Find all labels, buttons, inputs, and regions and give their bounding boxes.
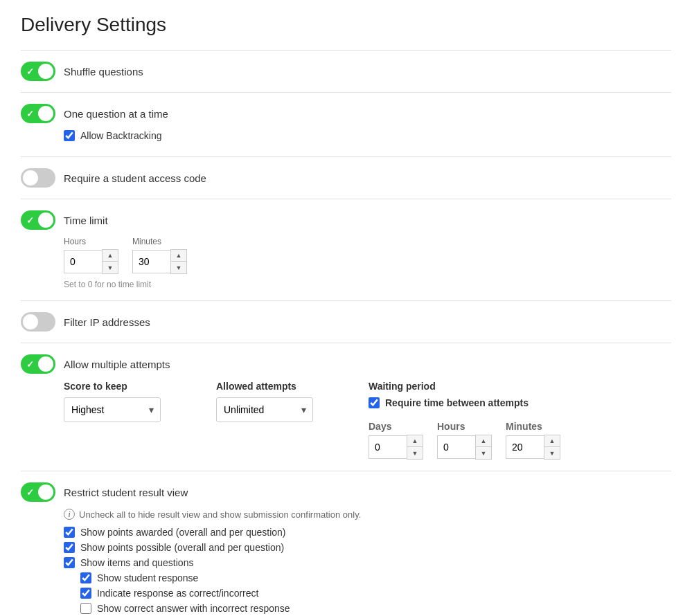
show-student-response-checkbox[interactable] [80,572,91,583]
show-items-sub: Show student response Indicate response … [80,572,671,616]
show-points-awarded-checkbox[interactable] [64,527,75,538]
access-code-label: Require a student access code [64,172,206,184]
shuffle-questions-row: Shuffle questions [21,50,671,92]
show-correct-answer-checkbox[interactable] [80,603,91,614]
allowed-attempts-wrapper: Unlimited 1 2 3 4 5 [216,397,313,422]
access-code-toggle[interactable] [21,168,55,188]
waiting-hours-group: Hours 0 ▲ ▼ [437,421,492,460]
waiting-minutes-up-button[interactable]: ▲ [544,435,560,447]
waiting-hours-up-button[interactable]: ▲ [476,435,491,447]
one-question-label: One question at a time [64,108,168,120]
filter-ip-label: Filter IP addresses [64,316,150,328]
score-to-keep-label: Score to keep [64,381,161,392]
waiting-days-input[interactable]: 0 [369,435,407,459]
waiting-days-spinner: ▲ ▼ [407,435,423,460]
show-items-label: Show items and questions [80,557,193,568]
hours-down-button[interactable]: ▼ [103,262,118,273]
attempts-section: Score to keep Highest Lowest Average Mos… [64,381,671,460]
waiting-hours-spinner: ▲ ▼ [475,435,492,460]
waiting-hours-down-button[interactable]: ▼ [476,447,491,459]
indicate-response-label: Indicate response as correct/incorrect [97,588,258,599]
require-time-label: Require time between attempts [385,397,529,408]
time-limit-row: Time limit Hours 0 ▲ ▼ Minutes 30 ▲ [21,199,671,300]
allowed-attempts-label: Allowed attempts [216,381,313,392]
restrict-result-toggle[interactable] [21,482,55,502]
show-items-checkbox[interactable] [64,557,75,568]
hours-group: Hours 0 ▲ ▼ [64,237,118,274]
hours-label: Hours [64,237,118,246]
filter-ip-toggle[interactable] [21,312,55,332]
allowed-attempts-group: Allowed attempts Unlimited 1 2 3 4 5 [216,381,313,460]
show-points-awarded-row: Show points awarded (overall and per que… [64,527,671,538]
one-question-row: One question at a time Allow Backtrackin… [21,92,671,156]
waiting-days-up-button[interactable]: ▲ [407,435,423,447]
multiple-attempts-label: Allow multiple attempts [64,359,170,370]
waiting-days-label: Days [369,421,423,432]
info-text: Uncheck all to hide result view and show… [79,509,361,520]
show-student-response-label: Show student response [97,572,198,583]
multiple-attempts-row: Allow multiple attempts Score to keep Hi… [21,343,671,471]
hours-spinner: ▲ ▼ [102,249,118,274]
info-icon: i [64,509,75,520]
access-code-row: Require a student access code [21,156,671,199]
show-items-row: Show items and questions [64,557,671,568]
waiting-inputs: Days 0 ▲ ▼ Hours 0 [369,421,560,460]
multiple-attempts-sub: Score to keep Highest Lowest Average Mos… [64,381,671,460]
waiting-minutes-input[interactable]: 20 [506,435,544,459]
waiting-minutes-spinner: ▲ ▼ [544,435,560,460]
allow-backtracking-checkbox[interactable] [64,130,75,141]
minutes-label: Minutes [132,237,187,246]
minutes-group: Minutes 30 ▲ ▼ [132,237,187,274]
waiting-hours-label: Hours [437,421,492,432]
one-question-toggle[interactable] [21,104,55,123]
minutes-spinner: ▲ ▼ [170,249,187,274]
minutes-input[interactable]: 30 [132,250,170,273]
time-limit-label: Time limit [64,215,108,226]
waiting-minutes-group: Minutes 20 ▲ ▼ [506,421,560,460]
show-points-possible-checkbox[interactable] [64,542,75,553]
backtracking-sub: Allow Backtracking [64,130,671,141]
indicate-response-row: Indicate response as correct/incorrect [80,588,671,599]
time-limit-hint: Set to 0 for no time limit [64,280,671,289]
indicate-response-checkbox[interactable] [80,588,91,599]
page-title: Delivery Settings [21,14,671,36]
show-points-awarded-label: Show points awarded (overall and per que… [80,527,286,538]
time-limit-sub: Hours 0 ▲ ▼ Minutes 30 ▲ ▼ [64,237,671,289]
show-correct-answer-label: Show correct answer with incorrect respo… [97,603,290,614]
restrict-result-sub: i Uncheck all to hide result view and sh… [64,509,671,616]
restrict-result-label: Restrict student result view [64,487,188,498]
score-to-keep-select[interactable]: Highest Lowest Average Most Recent [64,397,161,422]
minutes-down-button[interactable]: ▼ [171,262,186,273]
filter-ip-row: Filter IP addresses [21,300,671,343]
waiting-minutes-label: Minutes [506,421,560,432]
hours-up-button[interactable]: ▲ [103,250,118,262]
waiting-days-group: Days 0 ▲ ▼ [369,421,423,460]
show-points-possible-row: Show points possible (overall and per qu… [64,542,671,553]
allow-backtracking-label: Allow Backtracking [80,130,162,141]
waiting-period-group: Waiting period Require time between atte… [369,381,560,460]
waiting-hours-input[interactable]: 0 [437,435,475,459]
show-student-response-row: Show student response [80,572,671,583]
shuffle-questions-label: Shuffle questions [64,66,143,78]
show-points-possible-label: Show points possible (overall and per qu… [80,542,284,553]
score-to-keep-wrapper: Highest Lowest Average Most Recent [64,397,161,422]
score-to-keep-group: Score to keep Highest Lowest Average Mos… [64,381,161,460]
hours-input[interactable]: 0 [64,250,102,273]
multiple-attempts-toggle[interactable] [21,354,55,374]
waiting-days-down-button[interactable]: ▼ [407,447,423,459]
minutes-up-button[interactable]: ▲ [171,250,186,262]
time-limit-toggle[interactable] [21,210,55,230]
waiting-minutes-down-button[interactable]: ▼ [544,447,560,459]
restrict-result-row: Restrict student result view i Uncheck a… [21,471,671,616]
info-row: i Uncheck all to hide result view and sh… [64,509,671,520]
require-time-checkbox[interactable] [369,397,380,408]
waiting-period-label: Waiting period [369,381,560,392]
allowed-attempts-select[interactable]: Unlimited 1 2 3 4 5 [216,397,313,422]
show-correct-answer-row: Show correct answer with incorrect respo… [80,603,671,614]
shuffle-questions-toggle[interactable] [21,62,55,81]
